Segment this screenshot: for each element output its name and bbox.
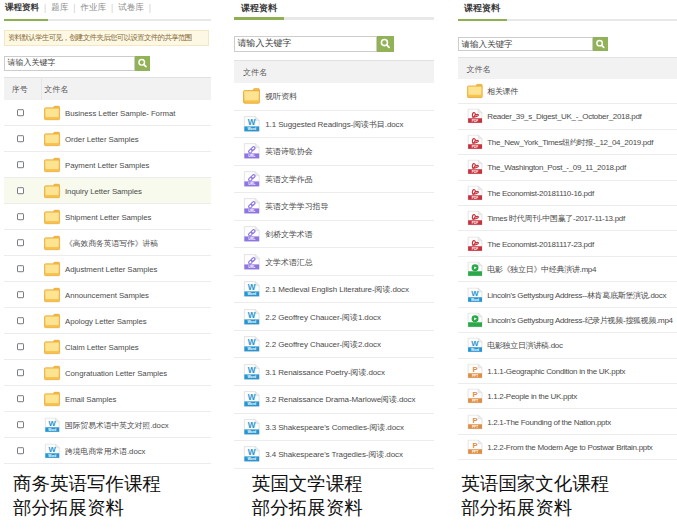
row-checkbox[interactable] bbox=[17, 109, 25, 117]
file-row[interactable]: 视听资料 bbox=[234, 83, 434, 111]
file-name[interactable]: Congratuation Letter Samples bbox=[65, 368, 167, 377]
file-name[interactable]: Adjustment Letter Samples bbox=[65, 264, 157, 273]
file-name[interactable]: 《高效商务英语写作》讲稿 bbox=[65, 237, 158, 248]
file-row[interactable]: Order Letter Samples bbox=[4, 126, 211, 152]
file-row[interactable]: PPPT1.2.1-The Founding of the Nation.ppt… bbox=[458, 409, 677, 434]
file-row[interactable]: URL文学术语汇总 bbox=[234, 248, 434, 276]
file-row[interactable]: WWord1.1 Suggested Readings-阅读书目.docx bbox=[234, 111, 434, 139]
file-row[interactable]: WWord电影独立日演讲稿.doc bbox=[458, 333, 677, 358]
file-name[interactable]: Shipment Letter Samples bbox=[65, 212, 151, 221]
file-name[interactable]: 1.2.2-From the Modern Age to Postwar Bri… bbox=[487, 443, 652, 452]
file-name[interactable]: The Economist-20181110-16.pdf bbox=[487, 188, 594, 197]
file-name[interactable]: Claim Letter Samples bbox=[65, 342, 139, 351]
file-row[interactable]: WWord3.1 Renaissance Poetry-阅读.docx bbox=[234, 358, 434, 386]
file-row[interactable]: WWord2.2 Geoffrey Chaucer-阅读1.docx bbox=[234, 303, 434, 331]
row-checkbox[interactable] bbox=[17, 421, 25, 429]
row-checkbox[interactable] bbox=[17, 135, 25, 143]
file-row[interactable]: Business Letter Sample- Format bbox=[4, 100, 211, 126]
file-row[interactable]: PPPT1.2.2-From the Modern Age to Postwar… bbox=[458, 435, 677, 460]
file-name[interactable]: 视听资料 bbox=[265, 91, 297, 102]
file-name[interactable]: 2.2 Geoffrey Chaucer-阅读1.docx bbox=[265, 311, 381, 322]
row-checkbox[interactable] bbox=[17, 343, 25, 351]
tab-course-materials-active[interactable]: 课程资料 bbox=[241, 2, 277, 15]
file-row[interactable]: WWordLincoln's Gettysburg Address--林肯葛底斯… bbox=[458, 282, 677, 307]
file-name[interactable]: Business Letter Sample- Format bbox=[65, 108, 175, 117]
row-checkbox[interactable] bbox=[17, 447, 25, 455]
file-name[interactable]: 国际贸易术语中英文对照.docx bbox=[65, 419, 169, 430]
file-name[interactable]: 英语诗歌协会 bbox=[265, 146, 312, 157]
row-checkbox[interactable] bbox=[17, 369, 25, 377]
file-row[interactable]: WWord3.4 Shakespeare's Tragedies-阅读.docx bbox=[234, 441, 434, 469]
file-row[interactable]: Payment Letter Samples bbox=[4, 152, 211, 178]
file-name[interactable]: 1.1 Suggested Readings-阅读书目.docx bbox=[265, 118, 403, 129]
file-name[interactable]: The_New_York_Times纽约时报-_12_04_2019.pdf bbox=[487, 136, 653, 147]
file-row[interactable]: PDFThe Economist-20181110-16.pdf bbox=[458, 181, 677, 206]
search-button[interactable] bbox=[377, 36, 394, 52]
file-row[interactable]: WWord3.3 Shakespeare's Comedies-阅读.docx bbox=[234, 414, 434, 442]
file-row[interactable]: Shipment Letter Samples bbox=[4, 204, 211, 230]
file-row[interactable]: Congratuation Letter Samples bbox=[4, 360, 211, 386]
file-name[interactable]: 英语文学学习指导 bbox=[265, 201, 328, 212]
search-input[interactable]: 请输入关键字 bbox=[4, 56, 135, 71]
search-button[interactable] bbox=[593, 37, 608, 52]
tab-3[interactable]: 试卷库 bbox=[118, 2, 144, 14]
file-name[interactable]: Inquiry Letter Samples bbox=[65, 186, 142, 195]
file-name[interactable]: Order Letter Samples bbox=[65, 134, 139, 143]
file-row[interactable]: PDFThe Economist-20181117-23.pdf bbox=[458, 231, 677, 256]
row-checkbox[interactable] bbox=[17, 161, 25, 169]
file-row[interactable]: Announcement Samples bbox=[4, 282, 211, 308]
file-row[interactable]: WWord2.1 Medieval English Literature-阅读.… bbox=[234, 276, 434, 304]
file-row[interactable]: PDFThe_Washington_Post_-_09_11_2018.pdf bbox=[458, 155, 677, 180]
file-name[interactable]: 3.3 Shakespeare's Comedies-阅读.docx bbox=[265, 421, 404, 432]
file-row[interactable]: PDFReader_39_s_Digest_UK_-_October_2018.… bbox=[458, 104, 677, 129]
file-row[interactable]: URL英语文学学习指导 bbox=[234, 193, 434, 221]
file-name[interactable]: Email Samples bbox=[65, 394, 116, 403]
file-row[interactable]: 电影《独立日》中经典演讲.mp4 bbox=[458, 257, 677, 282]
search-button[interactable] bbox=[135, 56, 150, 71]
file-row[interactable]: WWord2.2 Geoffrey Chaucer-阅读2.docx bbox=[234, 331, 434, 359]
search-input[interactable]: 请输入关键字 bbox=[458, 37, 593, 52]
file-row[interactable]: Inquiry Letter Samples bbox=[4, 178, 211, 204]
file-row[interactable]: URL英语诗歌协会 bbox=[234, 138, 434, 166]
row-checkbox[interactable] bbox=[17, 317, 25, 325]
file-row[interactable]: WWord3.2 Renaissance Drama-Marlowe阅读.doc… bbox=[234, 386, 434, 414]
file-row[interactable]: WWord国际贸易术语中英文对照.docx bbox=[4, 412, 211, 438]
file-row[interactable]: Adjustment Letter Samples bbox=[4, 256, 211, 282]
row-checkbox[interactable] bbox=[17, 395, 25, 403]
file-name[interactable]: 电影《独立日》中经典演讲.mp4 bbox=[487, 264, 596, 275]
file-row[interactable]: WWord跨境电商常用术语.docx bbox=[4, 438, 211, 464]
tab-2[interactable]: 作业库 bbox=[80, 2, 106, 14]
file-row[interactable]: 相关课件 bbox=[458, 79, 677, 104]
file-row[interactable]: Email Samples bbox=[4, 386, 211, 412]
file-name[interactable]: Lincoln's Gettysburg Address--林肯葛底斯堡演说.d… bbox=[487, 289, 666, 300]
file-name[interactable]: 剑桥文学术语 bbox=[265, 229, 312, 240]
row-checkbox[interactable] bbox=[17, 239, 25, 247]
file-row[interactable]: PPPT1.1.1-Geographic Condition in the UK… bbox=[458, 359, 677, 384]
file-row[interactable]: URL剑桥文学术语 bbox=[234, 221, 434, 249]
file-row[interactable]: Lincoln's Gettysburg Address-纪录片视频-搜狐视频.… bbox=[458, 308, 677, 333]
file-name[interactable]: 2.1 Medieval English Literature-阅读.docx bbox=[265, 284, 409, 295]
file-name[interactable]: 相关课件 bbox=[487, 86, 518, 97]
file-name[interactable]: 3.2 Renaissance Drama-Marlowe阅读.docx bbox=[265, 394, 415, 405]
file-name[interactable]: Announcement Samples bbox=[65, 290, 149, 299]
file-row[interactable]: 《高效商务英语写作》讲稿 bbox=[4, 230, 211, 256]
tab-course-materials-active[interactable]: 课程资料 bbox=[5, 2, 39, 14]
file-name[interactable]: 1.2.1-The Founding of the Nation.pptx bbox=[487, 417, 611, 426]
file-name[interactable]: 英语文学作品 bbox=[265, 173, 312, 184]
file-row[interactable]: PPPT1.1.2-People in the UK.pptx bbox=[458, 384, 677, 409]
file-name[interactable]: 跨境电商常用术语.docx bbox=[65, 445, 145, 456]
file-name[interactable]: 1.1.1-Geographic Condition in the UK.ppt… bbox=[487, 366, 625, 375]
file-name[interactable]: 电影独立日演讲稿.doc bbox=[487, 340, 563, 351]
file-row[interactable]: Claim Letter Samples bbox=[4, 334, 211, 360]
file-row[interactable]: PDFThe_New_York_Times纽约时报-_12_04_2019.pd… bbox=[458, 130, 677, 155]
file-name[interactable]: 1.1.2-People in the UK.pptx bbox=[487, 392, 577, 401]
tab-1[interactable]: 题库 bbox=[51, 2, 68, 14]
file-name[interactable]: Lincoln's Gettysburg Address-纪录片视频-搜狐视频.… bbox=[487, 314, 673, 325]
file-name[interactable]: Times 时代周刊-中国赢了-2017-11-13.pdf bbox=[487, 213, 625, 224]
file-name[interactable]: The Economist-20181117-23.pdf bbox=[487, 239, 594, 248]
file-name[interactable]: 3.1 Renaissance Poetry-阅读.docx bbox=[265, 366, 385, 377]
row-checkbox[interactable] bbox=[17, 187, 25, 195]
tab-course-materials-active[interactable]: 课程资料 bbox=[464, 2, 500, 15]
file-name[interactable]: Apology Letter Samples bbox=[65, 316, 147, 325]
file-name[interactable]: Reader_39_s_Digest_UK_-_October_2018.pdf bbox=[487, 112, 641, 121]
